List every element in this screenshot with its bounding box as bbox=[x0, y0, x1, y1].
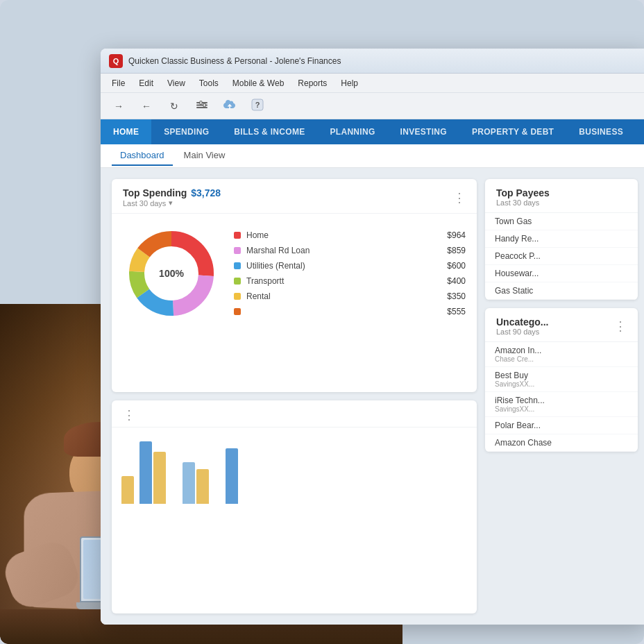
legend-dot-transport bbox=[234, 278, 241, 285]
svg-text:100%: 100% bbox=[159, 268, 184, 279]
bar-2a bbox=[139, 441, 152, 504]
svg-rect-2 bbox=[196, 107, 207, 108]
legend-item-utilities: Utilities (Rental) $600 bbox=[234, 258, 466, 273]
subnav-dashboard[interactable]: Dashboard bbox=[112, 146, 173, 166]
back-icon: ← bbox=[142, 101, 151, 112]
legend-item-marshal: Marshal Rd Loan $859 bbox=[234, 243, 466, 258]
bar-group-4 bbox=[226, 448, 238, 504]
app-title: Quicken Classic Business & Personal - Jo… bbox=[128, 56, 341, 66]
nav-planning[interactable]: PLANNING bbox=[317, 119, 387, 144]
bar-4a bbox=[226, 448, 238, 504]
bar-chart-area bbox=[112, 427, 477, 511]
nav-bar: HOME SPENDING BILLS & INCOME PLANNING IN… bbox=[101, 119, 644, 144]
legend-dot-home bbox=[234, 232, 241, 239]
cloud-button[interactable] bbox=[220, 96, 239, 116]
payee-gas-static: Gas Static bbox=[485, 282, 638, 300]
help-icon: ? bbox=[251, 99, 264, 113]
top-payees-panel: Top Payees Last 30 days Town Gas Handy R… bbox=[485, 179, 638, 300]
menu-file[interactable]: File bbox=[106, 77, 130, 90]
svg-rect-4 bbox=[203, 103, 205, 107]
svg-rect-1 bbox=[196, 105, 207, 106]
nav-property-debt[interactable]: PROPERTY & DEBT bbox=[459, 119, 566, 144]
top-payees-header: Top Payees Last 30 days bbox=[485, 179, 638, 213]
bar-3b bbox=[196, 469, 209, 504]
uncategorized-title: Uncatego... bbox=[496, 316, 548, 328]
uncategorized-list: Amazon In... Chase Cre... Best Buy Savin… bbox=[485, 342, 638, 452]
uncategorized-header: Uncatego... Last 90 days ⋮ bbox=[485, 308, 638, 342]
uncat-irise: iRise Techn... SavingsXX... bbox=[485, 392, 638, 417]
bar-chart-header: ⋮ bbox=[112, 400, 477, 427]
menu-help[interactable]: Help bbox=[335, 77, 364, 90]
legend-item-home: Home $964 bbox=[234, 228, 466, 243]
top-payees-list: Town Gas Handy Re... Peacock P... Housew… bbox=[485, 213, 638, 300]
menu-edit[interactable]: Edit bbox=[133, 77, 159, 90]
bar-group-2 bbox=[139, 441, 166, 504]
legend-item-transport: Transportt $400 bbox=[234, 273, 466, 289]
forward-icon: → bbox=[114, 101, 124, 112]
uncat-amazon-chase: Amazon Chase bbox=[485, 434, 638, 452]
menu-bar: File Edit View Tools Mobile & Web Report… bbox=[101, 74, 644, 93]
settings-icon bbox=[196, 99, 208, 113]
legend-item-other: $555 bbox=[234, 304, 466, 319]
nav-home[interactable]: HOME bbox=[101, 119, 151, 144]
top-spending-panel: Top Spending $3,728 Last 30 days ▾ ⋮ bbox=[112, 179, 477, 392]
uncategorized-period: Last 90 days bbox=[496, 328, 548, 336]
bar-chart-panel: ⋮ bbox=[112, 400, 477, 613]
uncat-bestbuy: Best Buy SavingsXX... bbox=[485, 367, 638, 392]
right-panels: Top Payees Last 30 days Town Gas Handy R… bbox=[485, 179, 638, 613]
bar-group-1 bbox=[121, 476, 134, 504]
cloud-icon bbox=[223, 99, 237, 112]
legend-dot-other bbox=[234, 308, 241, 315]
top-spending-header: Top Spending $3,728 Last 30 days ▾ ⋮ bbox=[112, 179, 477, 214]
subnav-main-view[interactable]: Main View bbox=[176, 146, 234, 166]
top-payees-period: Last 30 days bbox=[496, 198, 550, 207]
uncat-amazon: Amazon In... Chase Cre... bbox=[485, 342, 638, 367]
top-spending-title: Top Spending bbox=[123, 187, 187, 198]
settings-button[interactable] bbox=[192, 96, 212, 116]
bar-group-3 bbox=[183, 462, 209, 504]
donut-chart: 100% bbox=[123, 225, 220, 322]
nav-investing[interactable]: INVESTING bbox=[388, 119, 459, 144]
uncategorized-menu-button[interactable]: ⋮ bbox=[614, 320, 627, 332]
content-area: Top Spending $3,728 Last 30 days ▾ ⋮ bbox=[101, 168, 644, 625]
payee-houseware: Housewar... bbox=[485, 265, 638, 282]
nav-spending[interactable]: SPENDING bbox=[151, 119, 221, 144]
sub-nav: Dashboard Main View bbox=[101, 144, 644, 168]
bar-chart-menu-button[interactable]: ⋮ bbox=[123, 409, 135, 421]
bar-1a bbox=[121, 476, 134, 504]
menu-tools[interactable]: Tools bbox=[194, 77, 224, 90]
bar-2b bbox=[153, 452, 166, 504]
bar-3a bbox=[183, 462, 195, 504]
svg-text:?: ? bbox=[255, 101, 260, 109]
refresh-button[interactable]: ↻ bbox=[164, 96, 184, 116]
top-spending-period: Last 30 days ▾ bbox=[123, 198, 221, 207]
screenshot-container: Q Quicken Classic Business & Personal - … bbox=[0, 0, 644, 644]
payee-town-gas: Town Gas bbox=[485, 213, 638, 230]
forward-button[interactable]: → bbox=[109, 96, 128, 116]
menu-view[interactable]: View bbox=[162, 77, 191, 90]
period-dropdown-icon[interactable]: ▾ bbox=[169, 198, 173, 207]
legend-item-rental: Rental $350 bbox=[234, 289, 466, 304]
title-bar: Q Quicken Classic Business & Personal - … bbox=[101, 49, 644, 74]
menu-mobile-web[interactable]: Mobile & Web bbox=[227, 77, 289, 90]
payee-handy-re: Handy Re... bbox=[485, 230, 638, 248]
app-logo: Q bbox=[109, 54, 123, 68]
spending-legend: Home $964 Marshal Rd Loan $859 bbox=[234, 228, 466, 319]
menu-reports[interactable]: Reports bbox=[292, 77, 332, 90]
top-payees-title: Top Payees bbox=[496, 187, 550, 198]
legend-dot-marshal bbox=[234, 247, 241, 254]
left-column: Top Spending $3,728 Last 30 days ▾ ⋮ bbox=[112, 179, 477, 613]
uncat-polarbear: Polar Bear... bbox=[485, 417, 638, 434]
nav-bills-income[interactable]: BILLS & INCOME bbox=[221, 119, 317, 144]
back-button[interactable]: ← bbox=[137, 96, 156, 116]
legend-dot-rental bbox=[234, 293, 241, 300]
refresh-icon: ↻ bbox=[170, 101, 178, 112]
help-button[interactable]: ? bbox=[248, 96, 267, 116]
top-spending-amount: $3,728 bbox=[191, 187, 221, 198]
nav-business[interactable]: BUSINESS bbox=[566, 119, 636, 144]
svg-rect-3 bbox=[200, 101, 202, 105]
top-spending-menu-button[interactable]: ⋮ bbox=[453, 192, 466, 204]
uncategorized-panel: Uncatego... Last 90 days ⋮ Amazon In... … bbox=[485, 308, 638, 452]
legend-dot-utilities bbox=[234, 262, 241, 269]
payee-peacock: Peacock P... bbox=[485, 248, 638, 265]
